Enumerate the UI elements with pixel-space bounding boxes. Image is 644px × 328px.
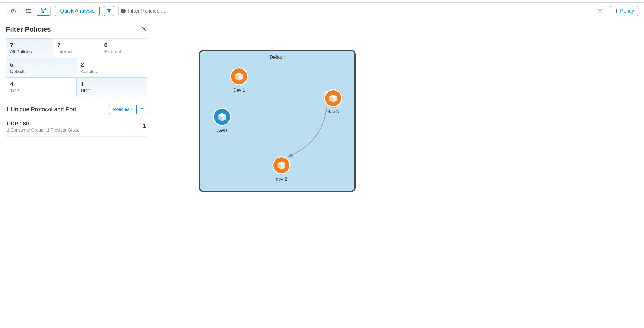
- view-mode-graph[interactable]: [36, 6, 51, 16]
- svg-line-9: [42, 9, 43, 12]
- svg-point-5: [26, 12, 27, 13]
- filter-label: TCP: [10, 88, 72, 94]
- node-dev3[interactable]: [324, 89, 342, 107]
- filter-count: 2: [81, 61, 143, 68]
- node-label-dev2: dev 2: [276, 177, 287, 182]
- filter-label: External: [104, 49, 143, 55]
- node-dev1[interactable]: [230, 67, 248, 85]
- filter-scope-external[interactable]: 0External: [100, 39, 147, 58]
- add-policy-label: Policy: [620, 8, 634, 14]
- filter-type-default[interactable]: 5Default: [6, 58, 77, 77]
- port-title: UDP : 80: [7, 121, 79, 127]
- view-mode-toggle: [6, 6, 51, 16]
- port-sub: 1 Consumer Group - 1 Provider Group: [7, 128, 79, 133]
- filter-count: 5: [10, 61, 72, 68]
- chevron-down-icon: ▾: [131, 108, 133, 111]
- filter-proto-tcp[interactable]: 4TCP: [6, 78, 77, 97]
- filter-row-type: 5Default2Absolute: [6, 58, 147, 77]
- panel-title: Filter Policies: [6, 25, 51, 34]
- quick-analysis-button[interactable]: Quick Analysis: [55, 6, 100, 16]
- filter-row-scope: 7All Policies7Internal0External: [6, 38, 147, 58]
- view-mode-list[interactable]: [21, 6, 36, 16]
- filter-scope-all-policies[interactable]: 7All Policies: [6, 38, 53, 58]
- node-label-dev3: dev 3: [328, 109, 339, 115]
- diagram-frame[interactable]: Default Dev 1AWSdev 3dev 2: [199, 50, 356, 192]
- port-count: 1: [143, 122, 146, 129]
- node-aws[interactable]: [213, 108, 231, 126]
- clear-search-icon[interactable]: [597, 8, 603, 14]
- filter-count: 7: [57, 42, 96, 49]
- filter-scope-internal[interactable]: 7Internal: [53, 39, 100, 58]
- filter-proto-udp[interactable]: 1UDP: [76, 77, 147, 97]
- filter-count: 1: [81, 81, 143, 88]
- diagram-canvas[interactable]: Default Dev 1AWSdev 3dev 2: [153, 19, 644, 328]
- filter-label: Absolute: [81, 69, 143, 74]
- filter-label: All Policies: [10, 49, 49, 55]
- list-icon: [26, 8, 31, 14]
- filter-count: 4: [10, 81, 72, 88]
- filter-row-proto: 4TCP1UDP: [6, 78, 147, 97]
- filter-button[interactable]: [104, 6, 114, 16]
- pie-chart-icon: [11, 8, 16, 14]
- add-policy-button[interactable]: Policy: [610, 6, 638, 16]
- arrow-up-icon: [140, 107, 144, 112]
- diagram-frame-label: Default: [269, 55, 285, 60]
- section-heading: 1 Unique Protocol and Port: [6, 106, 76, 113]
- info-icon: i: [121, 9, 126, 13]
- sort-direction-button[interactable]: [137, 105, 147, 114]
- filter-count: 7: [10, 42, 49, 49]
- filter-label: Default: [10, 69, 72, 74]
- close-icon: [141, 26, 147, 32]
- graph-icon: [40, 8, 46, 13]
- svg-point-8: [43, 11, 44, 13]
- node-dev2[interactable]: [272, 156, 291, 174]
- panel-close-button[interactable]: [141, 26, 147, 34]
- sort-dropdown[interactable]: Policies ▾: [109, 105, 147, 114]
- edge-dev3-dev2[interactable]: [288, 106, 327, 157]
- filter-panel: Filter Policies 7All Policies7Internal0E…: [0, 19, 153, 328]
- search-placeholder: Filter Policies ...: [128, 8, 595, 14]
- svg-line-10: [43, 9, 45, 12]
- filter-type-absolute[interactable]: 2Absolute: [77, 58, 147, 77]
- svg-point-4: [26, 11, 27, 11]
- node-label-dev1: Dev 1: [233, 88, 245, 93]
- filter-count: 0: [104, 42, 143, 49]
- funnel-icon: [106, 8, 112, 14]
- policy-search[interactable]: i Filter Policies ...: [118, 6, 606, 16]
- filter-label: Internal: [57, 49, 96, 55]
- port-row[interactable]: UDP : 801 Consumer Group - 1 Provider Gr…: [6, 118, 147, 137]
- plus-icon: [614, 9, 618, 13]
- node-label-aws: AWS: [217, 128, 227, 133]
- view-mode-pie[interactable]: [6, 6, 21, 16]
- svg-point-3: [26, 9, 27, 10]
- sort-option-policies[interactable]: Policies ▾: [109, 105, 137, 114]
- topbar: Quick Analysis i Filter Policies ... Pol…: [0, 2, 644, 19]
- filter-label: UDP: [81, 88, 143, 94]
